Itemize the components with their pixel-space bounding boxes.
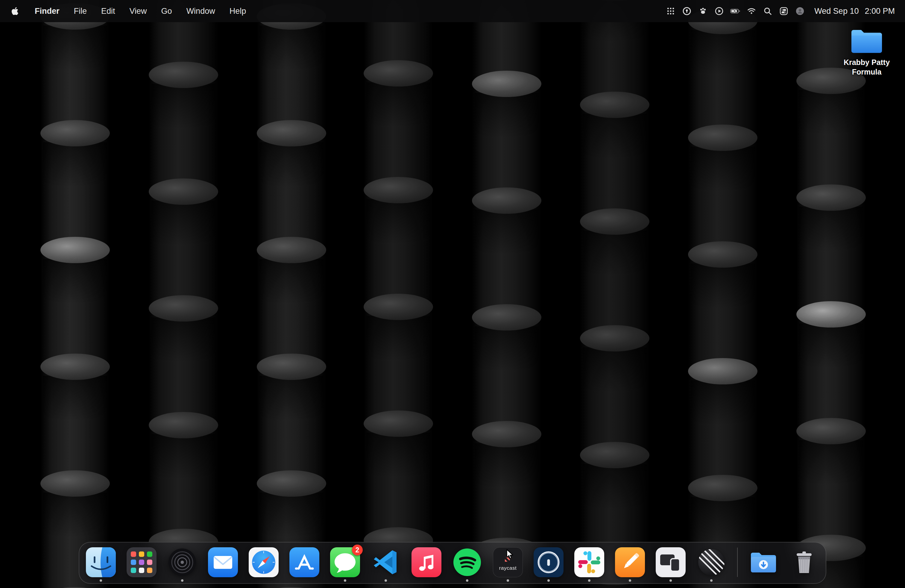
active-app-name[interactable]: Finder <box>27 6 67 16</box>
running-indicator <box>710 579 713 582</box>
running-indicator <box>506 579 509 582</box>
wallpaper <box>0 0 905 588</box>
apple-menu[interactable] <box>11 6 23 16</box>
dock: 2 <box>79 542 826 584</box>
dock-item-sphere[interactable] <box>696 547 726 577</box>
dock-item-rings-app[interactable] <box>167 547 197 577</box>
running-indicator <box>100 579 102 582</box>
slack-icon <box>574 547 604 577</box>
safari-icon <box>249 547 279 577</box>
running-indicator <box>466 579 468 582</box>
apple-logo-icon <box>11 6 19 16</box>
menubar-time: 2:00 PM <box>865 6 895 16</box>
dock-item-trash[interactable] <box>789 547 819 577</box>
dock-item-slack[interactable] <box>574 547 604 577</box>
dock-item-vscode[interactable] <box>371 547 401 577</box>
profile-icon[interactable] <box>793 5 807 17</box>
menu-bar-left: Finder File Edit View Go Window Help <box>11 6 253 16</box>
displays-icon <box>656 547 686 577</box>
menu-go[interactable]: Go <box>154 6 179 16</box>
concentric-rings-icon <box>167 547 197 577</box>
launchpad-icon <box>127 547 157 577</box>
wallpaper-cylinder-column <box>472 0 541 588</box>
dock-item-displays[interactable] <box>656 547 686 577</box>
app-store-icon <box>289 547 319 577</box>
menu-bar-status-area: Wed Sep 10 2:00 PM <box>664 5 895 17</box>
running-indicator <box>670 579 672 582</box>
trash-icon <box>789 547 819 577</box>
spotify-icon <box>452 547 482 577</box>
menubar-clock[interactable]: Wed Sep 10 2:00 PM <box>814 6 895 16</box>
wifi-icon[interactable] <box>745 5 758 17</box>
music-icon <box>411 547 441 577</box>
menu-help[interactable]: Help <box>222 6 254 16</box>
menu-window[interactable]: Window <box>179 6 222 16</box>
keyhole-icon[interactable] <box>680 5 694 17</box>
striped-sphere-icon <box>696 547 726 577</box>
grid-icon[interactable] <box>664 5 677 17</box>
wallpaper-cylinder-column <box>149 0 218 588</box>
running-indicator <box>629 579 631 582</box>
menu-view[interactable]: View <box>122 6 154 16</box>
dock-item-finder[interactable] <box>86 547 116 577</box>
wallpaper-cylinder-column <box>364 0 433 588</box>
dock-item-launchpad[interactable] <box>127 547 157 577</box>
spotlight-icon[interactable] <box>761 5 774 17</box>
dock-item-pages[interactable] <box>615 547 645 577</box>
running-indicator <box>588 579 591 582</box>
dock-item-spotify[interactable] <box>452 547 482 577</box>
running-indicator <box>547 579 550 582</box>
orange-pen-icon <box>615 547 645 577</box>
mouse-cursor <box>505 548 515 562</box>
battery-charging-icon[interactable] <box>729 5 742 17</box>
dock-item-music[interactable] <box>411 547 441 577</box>
wallpaper-cylinder-column <box>580 0 649 588</box>
desktop-icon-label: Krabby Patty Formula <box>837 57 897 77</box>
menubar-date: Wed Sep 10 <box>814 6 859 16</box>
downloads-folder-icon <box>748 547 778 577</box>
desktop-icon-krabby-patty-formula[interactable]: Krabby Patty Formula <box>835 26 899 77</box>
1password-icon <box>533 547 564 577</box>
menu-file[interactable]: File <box>67 6 94 16</box>
menu-bar: Finder File Edit View Go Window Help <box>0 0 905 22</box>
dock-separator <box>737 548 738 577</box>
dock-item-app-store[interactable] <box>289 547 319 577</box>
wallpaper-cylinder-column <box>796 0 866 588</box>
dock-item-mail[interactable] <box>208 547 238 577</box>
notification-badge: 2 <box>352 545 363 555</box>
play-icon[interactable] <box>713 5 726 17</box>
control-center-icon[interactable] <box>777 5 791 17</box>
mail-icon <box>208 547 238 577</box>
wallpaper-cylinder-column <box>257 0 326 588</box>
dots-cluster-icon[interactable] <box>696 5 710 17</box>
menu-edit[interactable]: Edit <box>94 6 122 16</box>
finder-icon <box>86 547 116 577</box>
dock-item-1password[interactable] <box>533 547 564 577</box>
vscode-icon <box>371 547 401 577</box>
dock-item-messages[interactable]: 2 <box>330 547 360 577</box>
running-indicator <box>181 579 183 582</box>
wallpaper-cylinder-column <box>688 0 757 588</box>
raycast-label: raycast <box>499 565 516 571</box>
folder-icon <box>849 26 884 55</box>
running-indicator <box>344 579 346 582</box>
dock-item-downloads[interactable] <box>748 547 778 577</box>
running-indicator <box>384 579 387 582</box>
dock-item-safari[interactable] <box>249 547 279 577</box>
wallpaper-cylinder-column <box>40 0 110 588</box>
